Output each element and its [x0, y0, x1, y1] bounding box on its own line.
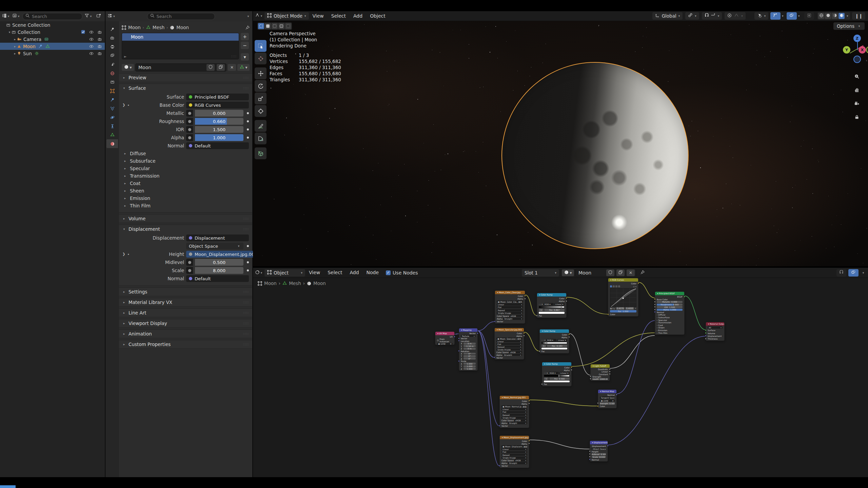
property-field[interactable]: Default — [186, 142, 249, 149]
node-value-slider[interactable]: 0° — [463, 358, 476, 360]
breadcrumb-item[interactable]: Moon — [176, 25, 189, 30]
panel-grip[interactable]: :::: — [243, 311, 249, 314]
select-extend-button[interactable] — [265, 23, 271, 29]
property-slider[interactable]: 0.500 — [195, 259, 243, 266]
animate-dot[interactable] — [247, 120, 249, 122]
shading-material-button[interactable] — [832, 13, 838, 19]
node-select[interactable]: Linear▾ — [496, 340, 522, 342]
xray-toggle[interactable] — [804, 12, 814, 20]
subpanel-subsurface[interactable]: ▸Subsurface — [122, 157, 249, 165]
tab-particles[interactable] — [106, 104, 118, 113]
property-slider[interactable]: 1.500 — [195, 126, 243, 133]
tab-object[interactable] — [106, 86, 118, 95]
material-slot-list[interactable]: Moon ►:::: — [122, 33, 239, 59]
outliner-search-input[interactable]: Search — [22, 13, 82, 20]
node-light-falloff[interactable]: ▾ Light FalloffQuadraticLinearConstantSt… — [590, 364, 610, 381]
zoom-view-button[interactable] — [852, 73, 861, 81]
node-field[interactable]: ▦ UVW✕ — [437, 343, 453, 345]
node-header[interactable]: ▾ Moon_Normal.jpg.001 — [500, 396, 529, 399]
node-header[interactable]: ▾ Normal Map — [598, 390, 616, 393]
property-slider[interactable]: 0.660 — [195, 118, 243, 125]
outliner-row-collection[interactable]: ▾Collection — [0, 28, 105, 36]
disable-render-toggle[interactable] — [97, 44, 102, 48]
menu-add[interactable]: Add — [350, 11, 366, 21]
shader-menu-add[interactable]: Add — [346, 268, 362, 278]
colorramp-color-swatch[interactable] — [544, 381, 570, 383]
shader-material-name-field[interactable]: Moon ✕ — [575, 269, 636, 277]
node-select[interactable]: sRGB▾ — [510, 315, 523, 317]
options-button[interactable]: Options▾ — [833, 22, 865, 30]
node-color-ramp-3[interactable]: ▾ Color RampColorAlpha‹ › ▾RGB ▾Linear ▾… — [542, 362, 572, 386]
subpanel-coat[interactable]: ▸Coat — [122, 180, 249, 187]
pin-icon[interactable] — [245, 25, 250, 30]
subpanel-thin-film[interactable]: ▸Thin Film — [122, 202, 249, 209]
properties-search-input[interactable]: Search — [147, 13, 215, 20]
shader-overlays-toggle[interactable] — [848, 269, 859, 277]
moon-render[interactable] — [501, 62, 689, 249]
property-slider[interactable]: 0.000 — [195, 110, 243, 117]
tab-world[interactable] — [106, 69, 118, 78]
property-field[interactable]: Default — [186, 275, 249, 282]
fake-user-shield-button[interactable] — [606, 269, 614, 276]
viewport-editor-type-dropdown[interactable]: ▾ — [255, 12, 263, 20]
tab-output[interactable] — [106, 42, 118, 51]
select-subtract-button[interactable] — [272, 23, 278, 29]
node-uv-map[interactable]: ▾ UV MapUVFrom Instancer▦ UVW✕ — [435, 331, 455, 345]
node-fac-slider[interactable]: Fac 1.000 — [610, 310, 636, 312]
node-header[interactable]: ▾ UV Map — [435, 332, 454, 335]
pivot-point-dropdown[interactable]: ▾ — [685, 12, 699, 20]
outliner-editor-type-dropdown[interactable]: ▾ — [2, 13, 10, 20]
colorramp-color-swatch[interactable] — [541, 348, 567, 350]
expand-icon[interactable]: ▸ — [13, 45, 17, 48]
node-select[interactable]: Tangent Space▾ — [600, 396, 615, 399]
menu-view[interactable]: View — [309, 11, 328, 21]
shader-material-browse-dropdown[interactable]: ▾ — [562, 269, 574, 276]
node-header[interactable]: ▾ Color Ramp — [542, 362, 571, 366]
node-principled-bsdf[interactable]: ▾ Principled BSDFBSDFBase ColorMetallic … — [655, 291, 685, 335]
node-value-slider[interactable]: 1.000 — [463, 365, 476, 367]
material-slot-dropdown[interactable]: Slot 1▾ — [522, 269, 559, 277]
use-nodes-checkbox[interactable]: ✓ Use Nodes — [386, 270, 418, 276]
node-tex-displacement[interactable]: ▾ Moon_Displacement.jpg.001ColorAlpha▣ M… — [499, 435, 529, 468]
node-color-ramp-1[interactable]: ▾ Color RampColorAlpha‹ › ▾RGB ▾Linear ▾… — [537, 293, 567, 318]
outliner-row-scene-collection[interactable]: Scene Collection — [0, 21, 105, 28]
panel-header[interactable]: ▸Volume:::: — [119, 215, 252, 223]
node-header[interactable]: ▾ Color Ramp — [540, 329, 569, 333]
expand-icon[interactable]: ▸ — [13, 52, 17, 55]
fake-user-shield-button[interactable] — [206, 64, 215, 71]
lock-view-button[interactable] — [852, 113, 861, 122]
animate-dot[interactable] — [247, 128, 249, 130]
property-field[interactable]: Principled BSDF — [186, 94, 249, 100]
gizmo-x-axis[interactable]: X — [859, 46, 866, 54]
transform-orientation-dropdown[interactable]: Global▾ — [652, 12, 683, 20]
node-header[interactable]: ▾ Material Output — [706, 322, 724, 326]
node-image-field[interactable]: ▣ Moon_Specular.j▤▥ — [496, 338, 522, 340]
panel-header[interactable]: ▸Custom Properties:::: — [119, 340, 252, 348]
node-normal-map[interactable]: ▾ Normal MapNormalTangent Space▾▦ UVW✕St… — [598, 389, 617, 408]
tab-tool[interactable] — [106, 25, 118, 34]
properties-editor-type-dropdown[interactable]: ▾ — [107, 13, 116, 20]
node-header[interactable]: ▾ Moon_Displacement.jpg.001 — [500, 436, 529, 439]
colorramp-gradient[interactable] — [539, 306, 565, 308]
breadcrumb-item[interactable]: Moon — [128, 25, 141, 30]
tab-scene[interactable] — [106, 60, 118, 69]
tab-view-layer[interactable] — [106, 51, 118, 60]
checkbox-icon[interactable] — [81, 30, 85, 34]
overlays-dropdown[interactable]: ▾ — [797, 14, 801, 18]
colorramp-color-swatch[interactable] — [539, 312, 565, 314]
navigation-gizmo[interactable]: ZYX — [842, 35, 868, 65]
node-value-slider[interactable]: 1.000 — [463, 363, 476, 365]
node-select[interactable]: Straight▾ — [508, 422, 527, 424]
node-select[interactable]: Flat▾ — [501, 451, 527, 453]
tab-physics[interactable] — [106, 113, 118, 122]
colorramp-gradient[interactable] — [541, 342, 567, 344]
panel-grip[interactable]: :::: — [243, 343, 249, 346]
node-value-slider[interactable]: Midlevel 0.500 — [592, 453, 606, 455]
node-tex-normal[interactable]: ▾ Moon_Normal.jpg.001ColorAlpha▣ Moon_No… — [499, 395, 529, 428]
panel-header[interactable]: ▸Viewport Display:::: — [119, 319, 252, 327]
node-select[interactable]: Texture▾ — [461, 335, 476, 337]
node-select[interactable]: Repeat▾ — [497, 309, 523, 311]
overlays-toggle[interactable] — [787, 12, 797, 20]
shader-overlays-dropdown[interactable]: ▾ — [861, 271, 865, 274]
node-select[interactable]: sRGB▾ — [509, 351, 522, 353]
